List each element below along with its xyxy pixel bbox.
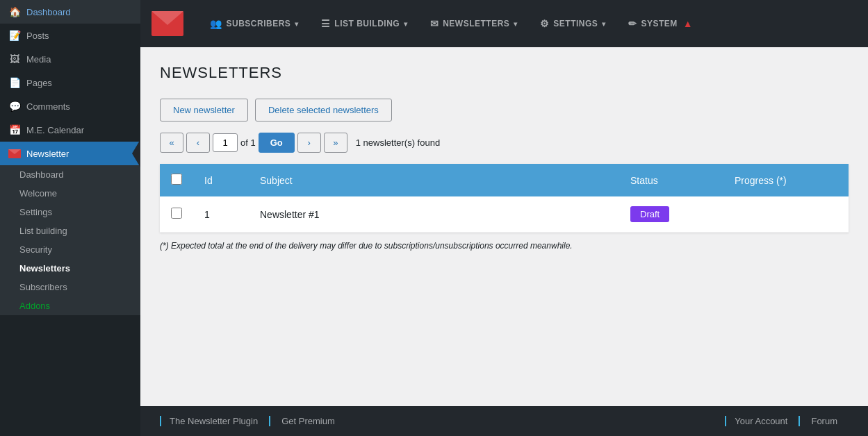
nav-item-system[interactable]: ✏ SYSTEM ▲ [619,12,703,35]
nav-subscribers-label: SUBSCRIBERS [227,19,291,28]
footer-get-premium-link[interactable]: Get Premium [269,416,346,426]
header-id: Id [193,164,249,196]
delete-selected-button[interactable]: Delete selected newsletters [255,99,392,121]
sidebar-item-newsletter-label: Newsletter [26,149,69,159]
settings-nav-icon: ⚙ [540,18,550,29]
dashboard-icon: 🏠 [8,6,21,18]
page-of-label: of 1 [240,137,256,148]
sidebar-item-dashboard[interactable]: 🏠 Dashboard [0,0,140,24]
table-header: Id Subject Status Progress (*) [160,164,849,196]
next-page-button[interactable]: › [297,133,321,153]
header-progress: Progress (*) [723,164,849,196]
footnote-text: (*) Expected total at the end of the del… [160,241,849,251]
footer-forum-link[interactable]: Forum [799,416,849,426]
footer-newsletter-plugin-link[interactable]: The Newsletter Plugin [160,416,269,426]
prev-page-button[interactable]: ‹ [186,133,210,153]
logo-envelope [152,11,183,36]
submenu-welcome-label: Welcome [19,188,57,199]
newsletters-table: Id Subject Status Progress (*) 1 Newslet… [160,164,849,233]
submenu-dashboard-label: Dashboard [19,169,64,180]
settings-chevron-icon: ▾ [602,20,606,28]
submenu-settings-label: Settings [19,207,52,217]
page-title: NEWSLETTERS [160,64,849,82]
sidebar-submenu-security[interactable]: Security [0,240,140,259]
system-warning-icon: ▲ [683,18,693,29]
sidebar-item-calendar-label: M.E. Calendar [26,125,84,135]
nav-item-list-building[interactable]: ☰ LIST BUILDING ▾ [311,12,418,35]
sidebar-submenu-newsletters[interactable]: Newsletters [0,259,140,278]
list-building-chevron-icon: ▾ [404,20,408,28]
sidebar-item-comments[interactable]: 💬 Comments [0,94,140,118]
nav-item-subscribers[interactable]: 👥 SUBSCRIBERS ▾ [200,12,309,35]
footer-left: The Newsletter Plugin Get Premium [160,416,725,426]
list-building-nav-icon: ☰ [321,18,331,29]
sidebar-item-calendar[interactable]: 📅 M.E. Calendar [0,118,140,142]
row-id: 1 [193,196,249,233]
nav-item-settings[interactable]: ⚙ SETTINGS ▾ [530,12,616,35]
header-subject: Subject [249,164,619,196]
select-all-checkbox[interactable] [171,174,182,185]
header-status: Status [619,164,723,196]
status-badge: Draft [630,206,669,222]
newsletter-submenu: Dashboard Welcome Settings List building… [0,165,140,315]
posts-icon: 📝 [8,29,21,42]
submenu-subscribers-label: Subscribers [19,282,67,292]
sidebar-submenu-subscribers[interactable]: Subscribers [0,278,140,296]
system-nav-icon: ✏ [628,18,637,29]
row-checkbox[interactable] [171,208,182,219]
action-buttons: New newsletter Delete selected newslette… [160,99,849,121]
nav-newsletters-label: NEWSLETTERS [443,19,509,28]
sidebar-item-newsletter[interactable]: Newsletter [0,142,140,165]
nav-item-newsletters[interactable]: ✉ NEWSLETTERS ▾ [420,12,527,35]
calendar-icon: 📅 [8,124,21,136]
sidebar-item-dashboard-label: Dashboard [26,7,71,17]
pagination: « ‹ of 1 Go › » 1 newsletter(s) found [160,133,849,153]
media-icon: 🖼 [8,53,21,65]
table-body: 1 Newsletter #1 Draft [160,196,849,233]
page-number-input[interactable] [213,133,238,152]
page-count-label: 1 newsletter(s) found [356,137,440,148]
sidebar-item-posts[interactable]: 📝 Posts [0,24,140,47]
footer: The Newsletter Plugin Get Premium Your A… [140,406,868,436]
sidebar-item-media-label: Media [26,54,51,65]
row-progress [723,196,849,233]
footer-right: Your Account Forum [725,416,849,426]
last-page-button[interactable]: » [324,133,347,153]
sidebar-submenu-welcome[interactable]: Welcome [0,184,140,203]
nav-system-label: SYSTEM [641,19,677,28]
newsletter-icon [8,147,21,160]
sidebar: 🏠 Dashboard 📝 Posts 🖼 Media 📄 Pages 💬 Co… [0,0,140,436]
main-wrap: 👥 SUBSCRIBERS ▾ ☰ LIST BUILDING ▾ ✉ NEWS… [140,0,868,436]
new-newsletter-button[interactable]: New newsletter [160,99,248,121]
footer-your-account-link[interactable]: Your Account [725,416,799,426]
newsletter-arrow [132,140,140,167]
newsletters-nav-icon: ✉ [430,18,439,29]
sidebar-submenu-dashboard[interactable]: Dashboard [0,165,140,184]
content-area: NEWSLETTERS New newsletter Delete select… [140,47,868,406]
table-row: 1 Newsletter #1 Draft [160,196,849,233]
submenu-list-building-label: List building [19,226,67,236]
sidebar-submenu-list-building[interactable]: List building [0,221,140,240]
header-checkbox-col [160,164,193,196]
nav-menu: 👥 SUBSCRIBERS ▾ ☰ LIST BUILDING ▾ ✉ NEWS… [200,12,857,35]
subscribers-nav-icon: 👥 [210,18,222,29]
logo-area [152,11,183,36]
sidebar-item-pages-label: Pages [26,78,52,88]
sidebar-item-posts-label: Posts [26,31,49,41]
sidebar-item-comments-label: Comments [26,101,70,112]
submenu-newsletters-label: Newsletters [19,263,70,274]
newsletters-chevron-icon: ▾ [514,20,518,28]
row-subject: Newsletter #1 [249,196,619,233]
sidebar-item-pages[interactable]: 📄 Pages [0,71,140,94]
sidebar-item-media[interactable]: 🖼 Media [0,47,140,71]
row-checkbox-cell [160,196,193,233]
nav-list-building-label: LIST BUILDING [334,19,400,28]
subscribers-chevron-icon: ▾ [295,20,299,28]
sidebar-submenu-addons[interactable]: Addons [0,296,140,315]
row-status: Draft [619,196,723,233]
submenu-addons-label: Addons [19,301,50,311]
pages-icon: 📄 [8,76,21,89]
sidebar-submenu-settings[interactable]: Settings [0,203,140,221]
go-button[interactable]: Go [259,133,295,153]
first-page-button[interactable]: « [160,133,183,153]
